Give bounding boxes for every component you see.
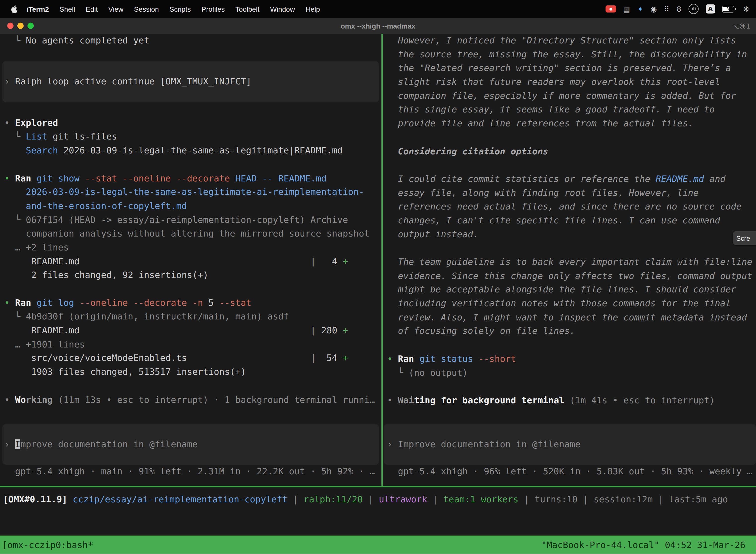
- window-hotkey: ⌥⌘1: [732, 22, 750, 30]
- ralph-loop-banner: › Ralph loop active continue [OMX_TMUX_I…: [2, 62, 379, 103]
- terminal-line: review. Also, I might want to inspect th…: [383, 311, 756, 324]
- left-scrollback: └ No agents completed yet › Ralph loop a…: [0, 34, 381, 424]
- keypad-icon[interactable]: 8: [677, 4, 681, 13]
- omx-mode: ultrawork: [379, 494, 427, 504]
- terminal-line: companion file, especially if more comme…: [383, 89, 756, 103]
- omx-turns: turns:10: [534, 494, 577, 504]
- omx-status-line: [OMX#0.11.9] cczip/essay/ai-reimplementa…: [0, 493, 756, 507]
- ran-git-status: • Ran git status --short: [383, 352, 756, 366]
- terminal-line: [0, 407, 381, 421]
- terminal-line: └ List git ls-files: [0, 130, 381, 144]
- terminal-line: src/voice/voiceModeEnabled.ts | 54 +: [0, 351, 381, 365]
- terminal-line: of focusing solely on file lines.: [383, 324, 756, 338]
- terminal-line: [0, 282, 381, 296]
- terminal-line: I could cite commit statistics or refere…: [383, 172, 756, 186]
- terminal-line: output instead.: [383, 228, 756, 241]
- right-scrollback: However, I noticed the "Directory Struct…: [383, 34, 756, 424]
- right-status-line: gpt-5.4 xhigh · 96% left · 520K in · 5.8…: [383, 465, 756, 479]
- ran-git-show: • Ran git show --stat --oneline --decora…: [0, 171, 381, 185]
- zoom-button[interactable]: [27, 22, 34, 29]
- terminal-line: … +1901 lines: [0, 338, 381, 351]
- explored-header: • Explored: [0, 116, 381, 130]
- terminal-line: changes, I can't cite specific file line…: [383, 214, 756, 228]
- agents-status-line: └ No agents completed yet: [0, 34, 381, 48]
- left-working-status: • Working (11m 13s • esc to interrupt) ·…: [0, 393, 381, 407]
- terminal-line: › Ralph loop active continue [OMX_TMUX_I…: [2, 75, 379, 89]
- terminal-line: [383, 130, 756, 145]
- charging-bolt-icon: ϟ: [723, 4, 734, 12]
- terminal-line: companion analysis without altering the …: [0, 227, 381, 241]
- terminal-line: [383, 380, 756, 394]
- left-terminal-pane[interactable]: └ No agents completed yet › Ralph loop a…: [0, 34, 381, 486]
- screen-recording-icon[interactable]: [606, 5, 616, 12]
- terminal-line: the source tree, missing the essay. Stil…: [383, 48, 756, 62]
- circle-app-icon[interactable]: ◉: [650, 4, 657, 13]
- terminal-line: [383, 407, 756, 422]
- terminal-line: … +2 lines: [0, 241, 381, 255]
- terminal-line: └ 4b9d30f (origin/main, instructkr/main,…: [0, 310, 381, 324]
- terminal-line: [0, 48, 381, 62]
- terminal-panes: └ No agents completed yet › Ralph loop a…: [0, 34, 756, 486]
- terminal-line: Search 2026-03-09-is-legal-the-same-as-l…: [0, 144, 381, 158]
- menu-bar: iTerm2 Shell Edit View Session Scripts P…: [0, 0, 756, 18]
- minimize-button[interactable]: [17, 22, 23, 29]
- close-button[interactable]: [7, 22, 13, 29]
- gauge-icon[interactable]: .61: [689, 4, 699, 14]
- omx-team: team:1 workers: [443, 494, 518, 504]
- menu-shell[interactable]: Shell: [54, 5, 80, 13]
- input-source-icon[interactable]: A: [706, 4, 715, 13]
- right-terminal-pane[interactable]: However, I noticed the "Directory Struct…: [383, 34, 756, 486]
- terminal-line: this single essay, it seems like a good …: [383, 103, 756, 117]
- terminal-line: 2026-03-09-is-legal-the-same-as-legitima…: [0, 185, 381, 199]
- window-title-bar[interactable]: omx --xhigh --madmax ⌥⌘1: [0, 18, 756, 34]
- terminal-line: including verification notes with those …: [383, 297, 756, 311]
- spark-icon[interactable]: ✦: [637, 4, 643, 13]
- terminal-line: └ 067f154 (HEAD -> essay/ai-reimplementa…: [0, 213, 381, 227]
- menu-scripts[interactable]: Scripts: [164, 5, 196, 13]
- terminal-line: 1903 files changed, 513517 insertions(+): [0, 365, 381, 379]
- terminal-line: [383, 241, 756, 256]
- recording-dot: [609, 7, 612, 10]
- left-prompt-input[interactable]: › Improve documentation in @filename: [2, 424, 379, 465]
- omx-branch: cczip/essay/ai-reimplementation-copyleft: [73, 494, 288, 504]
- menu-edit[interactable]: Edit: [80, 5, 103, 13]
- right-prompt-input[interactable]: › Improve documentation in @filename: [384, 424, 756, 465]
- apple-logo-icon: [11, 5, 17, 13]
- terminal-line: [0, 102, 381, 116]
- terminal-line: [0, 379, 381, 393]
- fan-icon[interactable]: ❋: [743, 4, 749, 13]
- thinking-heading: Considering citation options: [383, 145, 756, 158]
- menu-view[interactable]: View: [103, 5, 128, 13]
- terminal-line: evidence. Since this change only affects…: [383, 269, 756, 283]
- menu-bar-left: iTerm2 Shell Edit View Session Scripts P…: [0, 5, 325, 13]
- terminal-line: The team guideline is to back every impo…: [383, 255, 756, 269]
- omx-status-bar: [OMX#0.11.9] cczip/essay/ai-reimplementa…: [0, 487, 756, 506]
- terminal-line: might be acceptable alongside the file l…: [383, 283, 756, 297]
- left-model-status: gpt-5.4 xhigh · main · 91% left · 2.31M …: [0, 465, 381, 479]
- terminal-line: references need actual files, and since …: [383, 200, 756, 214]
- menu-help[interactable]: Help: [300, 5, 325, 13]
- omx-last-activity: last:5m ago: [669, 494, 728, 504]
- right-waiting-status: • Waiting for background terminal (1m 41…: [383, 394, 756, 407]
- menu-window[interactable]: Window: [265, 5, 300, 13]
- menu-toolbelt[interactable]: Toolbelt: [230, 5, 265, 13]
- right-model-status: gpt-5.4 xhigh · 96% left · 520K in · 5.8…: [383, 465, 756, 479]
- tmux-status-bar: [omx-cczip0:bash* "MacBook-Pro-44.local"…: [0, 536, 756, 554]
- menu-session[interactable]: Session: [129, 5, 164, 13]
- apple-menu[interactable]: [7, 5, 21, 13]
- omx-version: [OMX#0.11.9]: [3, 494, 67, 504]
- window-grid-icon[interactable]: ▦: [623, 4, 630, 13]
- terminal-line: └ (no output): [383, 366, 756, 380]
- terminal-line: the "Related research writing" section i…: [383, 62, 756, 75]
- menu-profiles[interactable]: Profiles: [196, 5, 230, 13]
- terminal-line: [383, 158, 756, 172]
- battery-body: ϟ: [722, 5, 735, 12]
- dots-grid-icon[interactable]: ⠿: [664, 4, 669, 13]
- terminal-line: However, I noticed the "Directory Struct…: [383, 34, 756, 48]
- battery-icon[interactable]: ϟ: [722, 5, 736, 12]
- omx-session: session:12m: [593, 494, 652, 504]
- terminal-line: essay file, along with finding root file…: [383, 186, 756, 200]
- menu-iterm2[interactable]: iTerm2: [21, 5, 54, 13]
- screen-share-pill[interactable]: Scre: [733, 231, 756, 245]
- ran-git-log: • Ran git log --oneline --decorate -n 5 …: [0, 296, 381, 310]
